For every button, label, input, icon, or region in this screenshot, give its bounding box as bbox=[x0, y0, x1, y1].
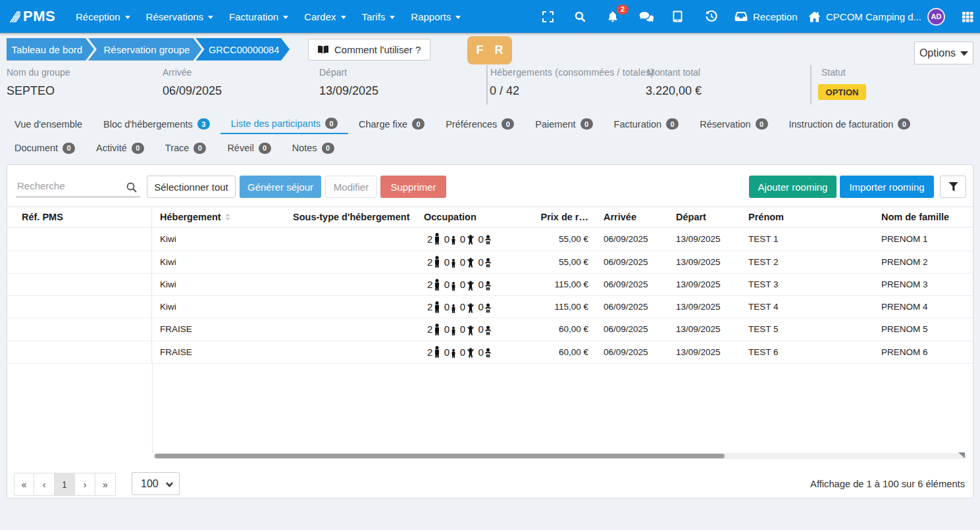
svg-text:Réservation groupe: Réservation groupe bbox=[104, 44, 190, 55]
svg-text:GRCC00000084: GRCC00000084 bbox=[209, 45, 279, 55]
svg-text:Tableau de bord: Tableau de bord bbox=[12, 44, 83, 55]
